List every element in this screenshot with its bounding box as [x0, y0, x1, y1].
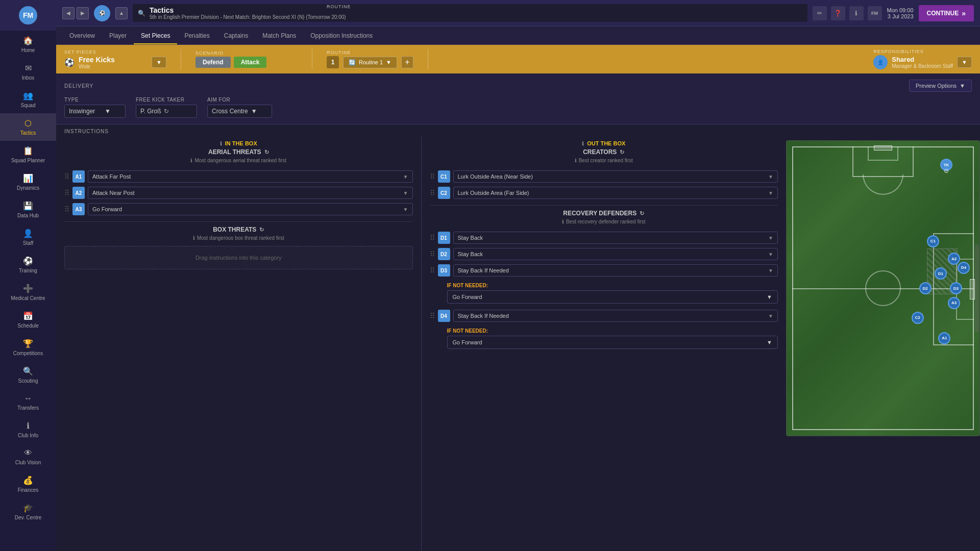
a1-select[interactable]: Attack Far Post ▼	[88, 170, 413, 183]
c2-select[interactable]: Lurk Outside Area (Far Side) ▼	[453, 187, 778, 199]
sidebar-item-competitions[interactable]: 🏆 Competitions	[0, 334, 56, 361]
sidebar-item-tactics[interactable]: ⬡ Tactics	[0, 113, 56, 141]
type-select[interactable]: Inswinger ▼	[64, 105, 126, 118]
player-d2[interactable]: D2	[919, 282, 932, 294]
player-d1[interactable]: D1	[935, 267, 947, 280]
box-threats-dropzone[interactable]: Drag instructions into this category	[64, 246, 413, 269]
c2-value: Lurk Outside Area (Far Side)	[458, 190, 529, 196]
drag-handle-icon[interactable]: ⠿	[430, 234, 435, 242]
refresh-icon[interactable]: ↻	[164, 108, 169, 115]
data-hub-icon: 💾	[23, 201, 33, 211]
sidebar-item-data-hub[interactable]: 💾 Data Hub	[0, 196, 56, 223]
sidebar-item-squad[interactable]: 👥 Squad	[0, 86, 56, 113]
refresh-icon[interactable]: ↻	[264, 149, 269, 156]
right-goal	[970, 279, 975, 299]
nav-forward-button[interactable]: ▶	[77, 7, 89, 19]
sidebar-logo: FM	[19, 6, 37, 24]
scenario-attack-button[interactable]: Attack	[234, 57, 267, 68]
player-a1[interactable]: A1	[938, 332, 950, 344]
field-viz-container: TK C1 C2 A2 D4 A1 A3 D3	[786, 136, 980, 551]
sidebar-item-squad-planner[interactable]: 📋 Squad Planner	[0, 141, 56, 168]
set-piece-dropdown[interactable]: ▼	[152, 57, 166, 68]
drag-handle-icon[interactable]: ⠿	[430, 266, 435, 274]
sidebar-item-home[interactable]: 🏠 Home	[0, 31, 56, 58]
c1-select[interactable]: Lurk Outside Area (Near Side) ▼	[453, 170, 778, 183]
sidebar-item-staff[interactable]: 👤 Staff	[0, 223, 56, 251]
player-c2[interactable]: C2	[912, 312, 924, 324]
scroll-indicator[interactable]	[975, 244, 979, 333]
a3-select[interactable]: Go Forward ▼	[88, 203, 413, 215]
tab-set-pieces[interactable]: Set Pieces	[134, 28, 177, 44]
info-icon: ℹ	[190, 158, 192, 163]
resp-avatar: 👤	[873, 55, 888, 69]
sidebar-item-medical[interactable]: ➕ Medical Centre	[0, 279, 56, 306]
add-routine-button[interactable]: +	[401, 56, 413, 68]
sidebar-item-club-info[interactable]: ℹ Club Info	[0, 416, 56, 443]
d3-if-not-select[interactable]: Go Forward ▼	[447, 290, 778, 304]
aim-select[interactable]: Cross Centre ▼	[207, 105, 272, 118]
player-a3[interactable]: A3	[948, 297, 960, 309]
sidebar-item-label: Tactics	[20, 130, 36, 136]
nav-up-button[interactable]: ▲	[115, 7, 128, 19]
drag-handle-icon[interactable]: ⠿	[430, 189, 435, 197]
help-button[interactable]: ❓	[831, 6, 845, 20]
edit-button[interactable]: ✏	[813, 6, 827, 20]
nav-back-button[interactable]: ◀	[62, 7, 75, 19]
continue-button[interactable]: CONTINUE »	[919, 5, 974, 21]
sidebar-item-dev-centre[interactable]: 🎓 Dev. Centre	[0, 498, 56, 525]
player-c1[interactable]: C1	[927, 235, 939, 247]
recovery-hint: ℹ Best recovery defender ranked first	[430, 219, 778, 224]
tab-captains[interactable]: Captains	[217, 28, 255, 44]
sidebar-item-scouting[interactable]: 🔍 Scouting	[0, 361, 56, 389]
drag-handle-icon[interactable]: ⠿	[430, 172, 435, 181]
sidebar-item-training[interactable]: ⚽ Training	[0, 251, 56, 279]
d4-select[interactable]: Stay Back If Needed ▼	[453, 310, 778, 322]
scenario-defend-button[interactable]: Defend	[195, 57, 231, 68]
squad-icon: 👥	[23, 91, 33, 101]
player-d4[interactable]: D4	[958, 262, 970, 274]
refresh-icon[interactable]: ↻	[259, 227, 264, 233]
player-a2[interactable]: A2	[948, 253, 960, 265]
drag-handle-icon[interactable]: ⠿	[64, 189, 69, 197]
sidebar-item-club-vision[interactable]: 👁 Club Vision	[0, 443, 56, 470]
box-hint: ℹ Most dangerous box threat ranked first	[64, 235, 413, 241]
d4-if-not-value: Go Forward	[453, 339, 482, 345]
sidebar-item-label: Transfers	[17, 405, 39, 411]
sidebar-item-schedule[interactable]: 📅 Schedule	[0, 306, 56, 334]
sidebar-item-finances[interactable]: 💰 Finances	[0, 470, 56, 498]
badge-d2: D2	[438, 248, 450, 260]
d3-select[interactable]: Stay Back If Needed ▼	[453, 264, 778, 277]
drag-handle-icon[interactable]: ⠿	[64, 172, 69, 181]
a2-select[interactable]: Attack Near Post ▼	[88, 187, 413, 199]
sidebar-item-label: Data Hub	[17, 213, 39, 218]
center-circle	[865, 270, 901, 306]
chevron-down-icon: ▼	[768, 252, 773, 257]
taker-value: P. Groß ↻	[136, 105, 197, 118]
tab-player[interactable]: Player	[102, 28, 134, 44]
tab-match-plans[interactable]: Match Plans	[255, 28, 303, 44]
chevron-down-icon: ▼	[768, 235, 773, 241]
d1-select[interactable]: Stay Back ▼	[453, 232, 778, 244]
routine-name: Routine 1	[359, 59, 383, 65]
refresh-icon[interactable]: ↻	[640, 210, 644, 217]
drag-handle-icon[interactable]: ⠿	[430, 312, 435, 320]
sidebar-item-label: Scouting	[18, 378, 38, 384]
refresh-icon[interactable]: ↻	[620, 149, 624, 156]
d4-if-not-select[interactable]: Go Forward ▼	[447, 336, 778, 349]
sidebar-item-transfers[interactable]: ↔ Transfers	[0, 389, 56, 416]
info-button[interactable]: ℹ	[849, 6, 864, 20]
routine-dropdown[interactable]: 🔄 Routine 1 ▼	[343, 57, 397, 68]
drag-handle-icon[interactable]: ⠿	[64, 205, 69, 213]
sidebar-item-inbox[interactable]: ✉ Inbox	[0, 58, 56, 86]
player-d3[interactable]: D3	[950, 282, 962, 294]
sidebar-item-dynamics[interactable]: 📊 Dynamics	[0, 168, 56, 196]
tab-penalties[interactable]: Penalties	[177, 28, 216, 44]
drag-handle-icon[interactable]: ⠿	[430, 250, 435, 258]
sidebar-top: FM	[0, 0, 56, 31]
d2-select[interactable]: Stay Back ▼	[453, 248, 778, 260]
preview-options-button[interactable]: Preview Options ▼	[909, 80, 972, 92]
tab-overview[interactable]: Overview	[62, 28, 102, 44]
tab-opposition[interactable]: Opposition Instructions	[303, 28, 380, 44]
badge-a2: A2	[72, 187, 85, 199]
resp-dropdown[interactable]: ▼	[957, 57, 972, 68]
